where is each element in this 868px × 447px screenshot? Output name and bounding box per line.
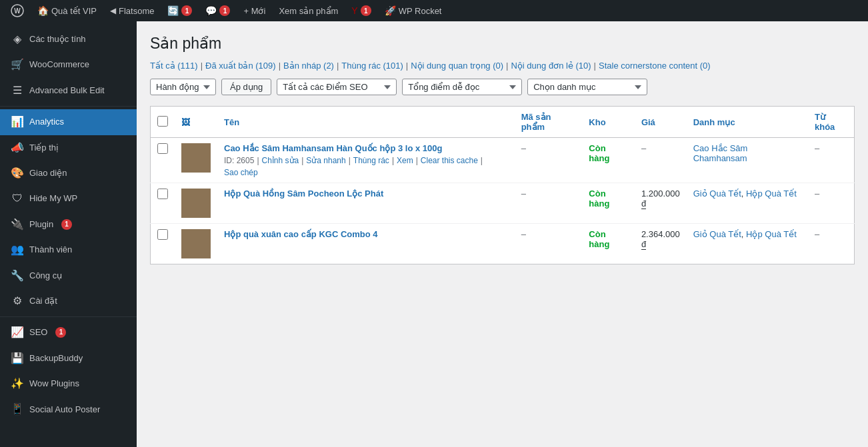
col-ten[interactable]: Tên: [217, 107, 515, 138]
row-1-edit-link[interactable]: Chỉnh sửa: [262, 156, 299, 165]
row-1-actions: ID: 2605 | Chỉnh sửa | Sửa nhanh | Thùng…: [224, 156, 508, 177]
yoast-button[interactable]: Y 1: [346, 0, 376, 21]
row-1-copy-link[interactable]: Sao chép: [224, 168, 258, 177]
col-tu-khoa[interactable]: Từ khóa: [808, 107, 855, 138]
row-2-name-link[interactable]: Hộp Quà Hồng Sâm Pocheon Lộc Phát: [224, 189, 508, 199]
backup-icon: 💾: [11, 351, 24, 366]
tong-diem-select[interactable]: Tổng điểm dễ đọc Dễ đọc Có thể cải thiện: [402, 79, 522, 95]
row-1-danh-muc: Cao Hắc Sâm Chamhansam: [687, 138, 808, 183]
col-cb: [151, 107, 175, 138]
row-1-trash-link[interactable]: Thùng rác: [353, 156, 389, 165]
flatsome-button[interactable]: ◀ Flatsome: [105, 0, 159, 21]
tab-trash[interactable]: Thùng rác (101): [341, 61, 403, 71]
row-1-id: ID: 2605: [224, 156, 254, 165]
row-2-img: [175, 183, 217, 224]
sidebar-item-cong-cu[interactable]: 🔧 Công cụ: [0, 263, 137, 288]
people-icon: 👥: [11, 242, 24, 257]
ap-dung-button[interactable]: Áp dụng: [221, 79, 271, 95]
hanh-dong-select[interactable]: Hành động Chỉnh sửa Xóa: [150, 79, 216, 95]
row-2-kho: Còn hàng: [582, 183, 635, 224]
col-gia[interactable]: Giá: [635, 107, 687, 138]
tab-all[interactable]: Tất cả (111): [150, 61, 198, 71]
row-3-tu-khoa: –: [808, 224, 855, 264]
sidebar-item-tiep-thi[interactable]: 📣 Tiếp thị: [0, 135, 137, 161]
row-3-name-link[interactable]: Hộp quà xuân cao cấp KGC Combo 4: [224, 229, 508, 239]
sidebar-item-seo[interactable]: 📈 SEO 1: [0, 320, 137, 345]
diem-seo-select[interactable]: Tất cả các Điểm SEO Tốt Ổn Cần cải thiện: [277, 79, 397, 95]
woo-icon: 🛒: [11, 57, 24, 72]
tab-published[interactable]: Đã xuất bản (109): [205, 61, 276, 71]
wow-icon: ✨: [11, 376, 24, 391]
sidebar-item-backupbuddy[interactable]: 💾 BackupBuddy: [0, 346, 137, 371]
sidebar-item-social-auto-poster[interactable]: 📱 Social Auto Poster: [0, 396, 137, 422]
row-2-checkbox[interactable]: [157, 189, 168, 199]
main-content: Sản phẩm Tất cả (111) | Đã xuất bản (109…: [137, 21, 868, 447]
brush-icon: 🎨: [11, 166, 24, 181]
row-1-category-link[interactable]: Cao Hắc Sâm Chamhansam: [693, 143, 748, 163]
bulk-edit-icon: ☰: [11, 83, 24, 98]
sidebar-item-giao-dien[interactable]: 🎨 Giao diện: [0, 161, 137, 186]
sidebar-item-advanced-bulk-edit[interactable]: ☰ Advanced Bulk Edit: [0, 78, 137, 103]
attributes-icon: ◈: [11, 32, 24, 47]
seo-icon: 📈: [11, 325, 24, 340]
social-icon: 📱: [11, 402, 24, 416]
table-row: Hộp Quà Hồng Sâm Pocheon Lộc Phát – Còn …: [151, 183, 855, 224]
page-title: Sản phẩm: [150, 35, 855, 53]
sidebar-item-analytics[interactable]: 📊 Analytics: [0, 109, 137, 135]
chart-icon: 📊: [11, 115, 24, 129]
row-2-danh-muc: Giỏ Quà Tết, Hộp Quà Tết: [687, 183, 808, 224]
sidebar-item-wow-plugins[interactable]: ✨ Wow Plugins: [0, 371, 137, 396]
wrench-icon: 🔧: [11, 268, 24, 283]
updates-button[interactable]: 🔄 1: [162, 0, 197, 21]
row-3-category-link-2[interactable]: Hộp Quà Tết: [746, 229, 797, 239]
tab-important[interactable]: Nội dung quan trọng (0): [411, 61, 503, 71]
row-2-ma: –: [515, 183, 583, 224]
view-shop-button[interactable]: Xem sản phẩm: [273, 0, 343, 21]
wp-logo-button[interactable]: W: [5, 0, 29, 21]
new-button[interactable]: + Mới: [238, 0, 271, 21]
col-danh-muc[interactable]: Danh mục: [687, 107, 808, 138]
tab-draft[interactable]: Bản nháp (2): [283, 61, 334, 71]
site-name-button[interactable]: 🏠 Quà tết VIP: [32, 0, 102, 21]
col-kho[interactable]: Kho: [582, 107, 635, 138]
row-3-cb: [151, 224, 175, 264]
row-1-kho: Còn hàng: [582, 138, 635, 183]
plugin-icon: 🔌: [11, 217, 24, 232]
row-2-gia: 1.200.000 đ: [635, 183, 687, 224]
sidebar-item-thanh-vien[interactable]: 👥 Thành viên: [0, 237, 137, 262]
row-2-category-link-1[interactable]: Giỏ Quà Tết: [693, 189, 741, 199]
row-1-quick-edit-link[interactable]: Sửa nhanh: [306, 156, 345, 165]
row-1-name-cell: Cao Hắc Sâm Hamhansam Hàn Quốc hộp 3 lo …: [217, 138, 515, 183]
sidebar-item-woocommerce[interactable]: 🛒 WooCommerce: [0, 52, 137, 77]
wprocket-button[interactable]: 🚀 WP Rocket: [379, 0, 447, 21]
sidebar-item-plugin[interactable]: 🔌 Plugin 1: [0, 212, 137, 237]
row-3-checkbox[interactable]: [157, 229, 168, 240]
tab-single[interactable]: Nội dung đơn lẻ (10): [511, 61, 591, 71]
row-2-thumbnail: [181, 189, 211, 218]
row-2-name-cell: Hộp Quà Hồng Sâm Pocheon Lộc Phát: [217, 183, 515, 224]
row-2-cb: [151, 183, 175, 224]
tab-stale[interactable]: Stale cornerstone content (0): [599, 61, 711, 71]
sidebar-item-cac-thuoc-tinh[interactable]: ◈ Các thuộc tính: [0, 27, 137, 52]
comments-button[interactable]: 💬 1: [200, 0, 235, 21]
sidebar-item-cai-dat[interactable]: ⚙ Cài đặt: [0, 288, 137, 314]
row-1-img: [175, 138, 217, 183]
select-all-checkbox[interactable]: [157, 116, 168, 127]
sidebar-item-hide-my-wp[interactable]: 🛡 Hide My WP: [0, 186, 137, 211]
row-3-thumbnail: [181, 229, 211, 258]
row-3-img: [175, 224, 217, 264]
col-ma[interactable]: Mã sản phẩm: [515, 107, 583, 138]
table-row: Hộp quà xuân cao cấp KGC Combo 4 – Còn h…: [151, 224, 855, 264]
shield-icon: 🛡: [11, 191, 24, 206]
danh-muc-select[interactable]: Chọn danh mục: [527, 79, 647, 95]
row-3-category-link-1[interactable]: Giỏ Quà Tết: [693, 229, 741, 239]
row-1-checkbox[interactable]: [157, 143, 168, 154]
gear-icon: ⚙: [11, 294, 24, 308]
table-row: Cao Hắc Sâm Hamhansam Hàn Quốc hộp 3 lo …: [151, 138, 855, 183]
row-1-name-link[interactable]: Cao Hắc Sâm Hamhansam Hàn Quốc hộp 3 lo …: [224, 143, 508, 153]
row-3-ma: –: [515, 224, 583, 264]
sidebar: ◈ Các thuộc tính 🛒 WooCommerce ☰ Advance…: [0, 21, 137, 447]
row-1-cache-link[interactable]: Clear this cache: [421, 156, 478, 165]
row-2-category-link-2[interactable]: Hộp Quà Tết: [746, 189, 797, 199]
row-1-view-link[interactable]: Xem: [397, 156, 413, 165]
